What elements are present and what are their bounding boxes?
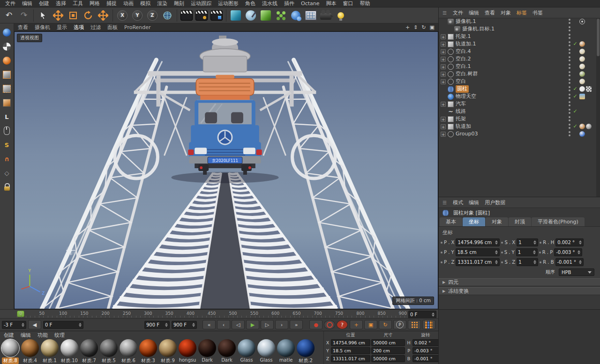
material-item[interactable]: 材质.9 xyxy=(158,339,177,364)
menubar-item[interactable]: Octane xyxy=(298,0,323,7)
object-row[interactable]: +轨道加.1 xyxy=(439,40,596,48)
material-item[interactable]: Glass xyxy=(237,339,256,364)
material-item[interactable]: 材质.1 xyxy=(40,339,59,364)
record-rotation-button[interactable]: ↻ xyxy=(379,320,392,329)
preview-end-field[interactable]: 900 F xyxy=(144,321,170,329)
menubar-item[interactable]: 脚本 xyxy=(323,0,340,7)
timeline-ruler[interactable]: 0 F 050100150200250300350400450500550600… xyxy=(0,309,438,318)
material-sphere[interactable] xyxy=(120,339,137,357)
object-row[interactable]: +空白.2 xyxy=(439,55,596,63)
viewport-menu-item[interactable]: 过滤 xyxy=(90,24,101,31)
menubar-item[interactable]: 捕捉 xyxy=(103,0,120,7)
menubar-item[interactable]: 帮助 xyxy=(357,0,374,7)
position-field[interactable]: 18.5 cm xyxy=(331,347,370,354)
tab-inactive[interactable]: 平滑着色(Phong) xyxy=(532,217,585,226)
visibility-dots[interactable] xyxy=(569,124,571,129)
tab-active[interactable]: 坐标 xyxy=(463,217,485,226)
render-view-button[interactable] xyxy=(180,8,194,22)
visibility-dots[interactable] xyxy=(569,56,571,62)
material-menu-item[interactable]: 创建 xyxy=(4,332,14,339)
enabled-check-icon[interactable] xyxy=(572,108,578,115)
rotate-view-icon[interactable]: ↻ xyxy=(421,24,426,30)
material-sphere[interactable] xyxy=(21,339,39,357)
viewport-3d-scene[interactable]: 京2020LF111 Y Z xyxy=(15,32,438,309)
scale-field[interactable]: 1 xyxy=(516,248,538,256)
object-manager-menu-item[interactable]: 查看 xyxy=(485,9,495,16)
viewport-menu-item[interactable]: 查看 xyxy=(18,24,28,31)
subdivision-surface-button[interactable] xyxy=(229,8,243,22)
object-row[interactable]: 物理天空 xyxy=(439,93,596,100)
uvw-tag[interactable] xyxy=(586,86,592,92)
keyframe-help-button[interactable]: ? xyxy=(337,320,348,329)
material-tag[interactable] xyxy=(586,124,592,129)
stepper-icon[interactable] xyxy=(432,312,435,317)
material-sphere[interactable] xyxy=(218,339,236,357)
target-tag[interactable] xyxy=(579,19,585,24)
object-label[interactable]: 轨道加 xyxy=(456,123,471,130)
viewport-canvas[interactable]: 京2020LF111 Y Z 透视视图 网格间距 : 0 cm xyxy=(14,31,438,309)
material-sphere[interactable] xyxy=(159,339,177,357)
object-manager-menu-item[interactable]: 对象 xyxy=(501,9,511,16)
enabled-check-icon[interactable] xyxy=(572,93,578,100)
record-parameter-button[interactable]: P xyxy=(393,320,406,329)
expand-icon[interactable]: + xyxy=(441,57,446,62)
object-label[interactable]: 汽车 xyxy=(456,100,466,108)
current-frame-field[interactable]: 0 F xyxy=(43,321,83,329)
coordinate-system-button[interactable] xyxy=(160,8,174,22)
expand-icon[interactable]: + xyxy=(441,42,446,47)
object-manager-menu-item[interactable]: 文件 xyxy=(453,9,463,16)
object-row[interactable]: 圆柱 xyxy=(439,85,596,93)
expand-icon[interactable]: + xyxy=(441,49,446,54)
material-menu-item[interactable]: 纹理 xyxy=(54,332,65,339)
range-left-button[interactable]: ◀ xyxy=(28,320,41,329)
material-sphere[interactable] xyxy=(179,339,196,357)
collapsed-section[interactable]: ▶冻结变换 xyxy=(439,287,600,295)
move-tool-button[interactable] xyxy=(51,8,65,22)
material-tag[interactable] xyxy=(579,71,585,77)
prev-key-button[interactable]: ‹ xyxy=(217,320,230,329)
menubar-item[interactable]: 雕刻 xyxy=(171,0,188,7)
plane-button[interactable]: ◇ xyxy=(1,168,13,178)
position-field[interactable]: 13311.017 cm xyxy=(331,355,370,362)
menubar-item[interactable]: 创建 xyxy=(36,0,52,7)
view-label[interactable]: 透视视图 xyxy=(17,34,42,42)
menubar-item[interactable]: 运动跟踪 xyxy=(188,0,215,7)
expand-icon[interactable]: + xyxy=(441,34,446,39)
menubar-item[interactable]: 窗口 xyxy=(340,0,357,7)
object-row[interactable]: +空白.树群 xyxy=(439,70,596,78)
visibility-dots[interactable] xyxy=(569,41,571,47)
material-tag[interactable] xyxy=(579,79,585,84)
object-tree-scrollbar[interactable] xyxy=(596,18,600,197)
material-tag[interactable] xyxy=(579,124,585,129)
object-label[interactable]: 摄像机.1 xyxy=(456,18,476,25)
expand-icon[interactable]: + xyxy=(441,72,446,77)
menubar-item[interactable]: 渲染 xyxy=(154,0,171,7)
scale-field[interactable]: 1 xyxy=(517,258,538,266)
viewport-menu-item[interactable]: 显示 xyxy=(57,24,67,31)
size-field[interactable]: 200 cm xyxy=(371,347,405,354)
tab-inactive[interactable]: 基本 xyxy=(440,217,462,226)
object-label[interactable]: 圆柱 xyxy=(456,85,469,93)
enabled-check-icon[interactable] xyxy=(572,40,578,48)
redo-button[interactable]: ↷ xyxy=(17,8,31,22)
position-field[interactable]: 13311.017 cm xyxy=(456,258,500,266)
visibility-dots[interactable] xyxy=(569,101,571,107)
object-row[interactable]: +Group03 xyxy=(439,130,596,138)
viewport-solo-button[interactable] xyxy=(1,126,13,136)
visibility-dots[interactable] xyxy=(569,49,571,54)
viewport-menu-item[interactable]: 选项 xyxy=(74,24,84,31)
rotation-field[interactable]: -0.001 ° xyxy=(412,355,439,362)
object-row[interactable]: +空白 xyxy=(439,78,596,85)
object-label[interactable]: 空白.树群 xyxy=(456,70,478,78)
viewport-menu-item[interactable]: 面板 xyxy=(107,24,118,31)
rotation-field[interactable]: 0.002 ° xyxy=(412,339,439,346)
panel-menu-icon[interactable]: ☰ xyxy=(442,10,447,15)
material-sphere[interactable] xyxy=(257,339,275,357)
material-item[interactable]: 材质.3 xyxy=(139,339,158,364)
object-manager-menu-item[interactable]: 编辑 xyxy=(469,9,479,16)
material-sphere[interactable] xyxy=(139,339,157,357)
menubar-item[interactable]: 运动图形 xyxy=(215,0,242,7)
object-label[interactable]: 轨道加.1 xyxy=(456,40,476,48)
object-label[interactable]: 摄像机.目标.1 xyxy=(462,25,495,33)
visibility-dots[interactable] xyxy=(569,64,571,69)
